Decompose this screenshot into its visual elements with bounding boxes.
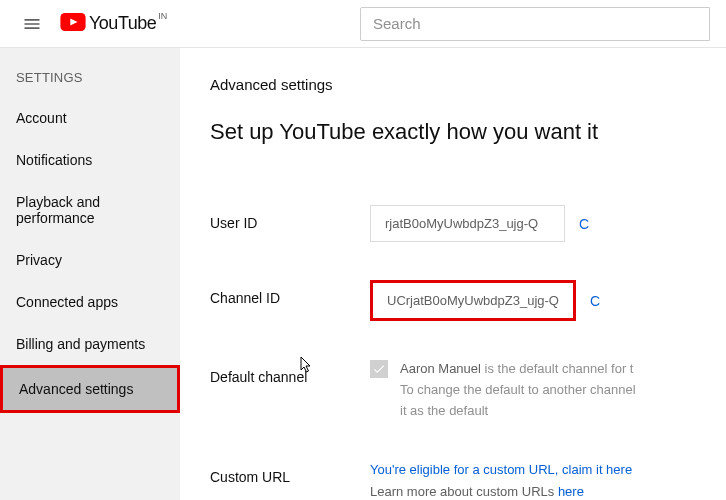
sidebar-item-advanced-settings[interactable]: Advanced settings [0,365,180,413]
sidebar-item-privacy[interactable]: Privacy [0,239,180,281]
search-input[interactable] [360,7,710,41]
sidebar-item-connected-apps[interactable]: Connected apps [0,281,180,323]
hamburger-icon [22,14,42,34]
main-content: Advanced settings Set up YouTube exactly… [180,48,726,500]
channel-id-label: Channel ID [210,280,370,306]
sidebar-item-account[interactable]: Account [0,97,180,139]
youtube-logo-text: YouTube [89,13,156,34]
page-title: Advanced settings [210,76,726,93]
youtube-play-icon [60,13,86,31]
sidebar-item-playback[interactable]: Playback and performance [0,181,180,239]
default-channel-text: Aaron Manuel is the default channel for … [400,359,636,421]
custom-url-text: You're eligible for a custom URL, claim … [370,459,632,500]
custom-url-claim-link[interactable]: You're eligible for a custom URL, claim … [370,462,632,477]
channel-id-value: UCrjatB0oMyUwbdpZ3_ujg-Q [370,280,576,321]
custom-url-learn-link[interactable]: here [558,484,584,499]
checkmark-icon [372,362,386,376]
user-id-label: User ID [210,205,370,231]
custom-url-label: Custom URL [210,459,370,485]
sidebar-item-notifications[interactable]: Notifications [0,139,180,181]
menu-button[interactable] [16,8,48,40]
default-channel-label: Default channel [210,359,370,385]
default-channel-checkbox[interactable] [370,360,388,378]
country-code: IN [158,11,167,21]
settings-sidebar: SETTINGS Account Notifications Playback … [0,48,180,500]
copy-channel-id-button[interactable]: C [590,293,600,309]
user-id-value: rjatB0oMyUwbdpZ3_ujg-Q [370,205,565,242]
copy-user-id-button[interactable]: C [579,216,589,232]
page-subtitle: Set up YouTube exactly how you want it [210,119,726,145]
sidebar-heading: SETTINGS [0,62,180,97]
sidebar-item-billing[interactable]: Billing and payments [0,323,180,365]
youtube-logo[interactable]: YouTube IN [60,13,167,34]
